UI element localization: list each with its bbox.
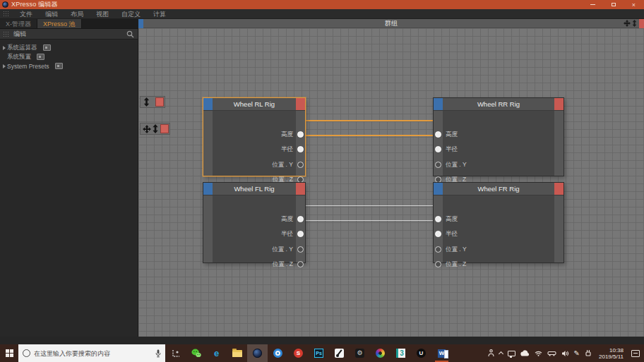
node-input-square[interactable] xyxy=(434,183,443,195)
node-header[interactable]: Wheel FR Rig xyxy=(434,183,564,195)
minimize-button[interactable] xyxy=(583,0,603,9)
port-dot[interactable] xyxy=(297,261,304,267)
pen-icon[interactable]: ✎ xyxy=(574,349,580,358)
taskbar-color-wheel-app[interactable] xyxy=(370,344,390,362)
port-dot[interactable] xyxy=(297,146,304,152)
group-output-port-square[interactable] xyxy=(639,19,644,28)
node-wheel-rl-rig[interactable]: Wheel RL Rig 高度 半径 位置 . Y 位置 . Z xyxy=(203,97,306,176)
taskbar-zbrush[interactable] xyxy=(329,344,350,362)
taskbar-cinema4d-active[interactable] xyxy=(247,344,268,362)
expand-arrow-icon[interactable] xyxy=(3,64,6,68)
taskbar-clock[interactable]: 10:38 2019/5/11 xyxy=(599,347,624,360)
rl-port-radius[interactable]: 半径 xyxy=(203,145,305,153)
port-dot[interactable] xyxy=(297,246,304,253)
port-dot[interactable] xyxy=(435,231,441,237)
move-all-icon[interactable] xyxy=(624,20,631,27)
port-dot[interactable] xyxy=(435,131,441,138)
node-header[interactable]: Wheel RR Rig xyxy=(434,98,564,111)
rr-port-radius[interactable]: 半径 xyxy=(434,145,564,153)
collapsed-node-2[interactable] xyxy=(140,123,170,135)
expand-arrow-icon[interactable] xyxy=(3,46,6,50)
network-signal-icon[interactable] xyxy=(535,350,542,356)
restore-button[interactable] xyxy=(603,0,624,9)
node-wheel-fr-rig[interactable]: Wheel FR Rig 高度 半径 位置 . Y 位置 . Z xyxy=(433,182,564,263)
close-button[interactable]: × xyxy=(624,0,644,9)
tree-item-system-presets-cn[interactable]: 系统预置 xyxy=(0,52,138,61)
fl-port-height[interactable]: 高度 xyxy=(203,215,305,223)
group-input-port-square[interactable] xyxy=(138,19,143,28)
tray-device-icon[interactable] xyxy=(547,350,556,356)
titlebar[interactable]: XPresso 编辑器 × xyxy=(0,0,644,9)
rr-port-height[interactable]: 高度 xyxy=(434,130,564,138)
port-dot[interactable] xyxy=(435,216,441,222)
menu-layout[interactable]: 布局 xyxy=(64,9,90,19)
taskbar-capture-tool[interactable] xyxy=(165,344,186,362)
menu-view[interactable]: 视图 xyxy=(90,9,115,19)
port-dot[interactable] xyxy=(297,231,304,237)
port-dot[interactable] xyxy=(435,246,441,253)
tree-item-system-operators[interactable]: 系统运算器 xyxy=(0,43,138,52)
taskbar-gear-app[interactable]: ⚙ xyxy=(350,344,370,362)
node-output-square[interactable] xyxy=(155,97,164,107)
taskbar-edge[interactable]: e xyxy=(206,344,227,362)
search-icon[interactable] xyxy=(126,30,134,38)
menu-edit[interactable]: 编辑 xyxy=(39,9,64,19)
node-header[interactable]: Wheel RL Rig xyxy=(203,98,305,111)
port-dot[interactable] xyxy=(435,162,441,168)
tree-item-system-presets-en[interactable]: System Presets xyxy=(0,61,138,71)
display-icon[interactable] xyxy=(508,351,515,356)
node-output-square[interactable] xyxy=(160,124,169,133)
taskbar-aperture-app[interactable] xyxy=(268,344,288,362)
node-input-square[interactable] xyxy=(203,98,213,110)
rl-port-position-y[interactable]: 位置 . Y xyxy=(203,160,305,169)
menu-calculate[interactable]: 计算 xyxy=(147,9,172,19)
panel-grip-icon[interactable] xyxy=(3,31,9,37)
microphone-icon[interactable] xyxy=(155,349,161,358)
port-dot[interactable] xyxy=(297,131,304,138)
group-header[interactable]: 群组 xyxy=(138,19,644,28)
fr-port-height[interactable]: 高度 xyxy=(434,215,564,223)
port-dot[interactable] xyxy=(297,216,304,222)
menu-grip-icon[interactable] xyxy=(3,11,9,17)
taskbar-unreal[interactable]: U xyxy=(411,344,431,362)
node-output-square[interactable] xyxy=(554,183,564,195)
menu-file[interactable]: 文件 xyxy=(13,9,39,19)
fl-port-position-y[interactable]: 位置 . Y xyxy=(203,245,305,253)
people-icon[interactable] xyxy=(488,349,494,357)
collapsed-node-1[interactable] xyxy=(140,96,165,108)
wire-radius-rl-rr[interactable] xyxy=(306,135,433,136)
wire-radius-fl-fr[interactable] xyxy=(306,220,433,221)
fr-port-radius[interactable]: 半径 xyxy=(434,229,564,238)
search-input[interactable] xyxy=(34,350,152,357)
tab-x-manager[interactable]: X-管理器 xyxy=(0,19,37,28)
taskbar-3ds-max[interactable]: 3 xyxy=(390,344,411,362)
taskbar-search[interactable] xyxy=(18,344,165,362)
node-output-square[interactable] xyxy=(554,98,564,110)
fr-port-position-z[interactable]: 位置 . Z xyxy=(434,260,564,268)
rl-port-height[interactable]: 高度 xyxy=(203,130,305,138)
volume-icon[interactable] xyxy=(561,350,569,357)
fr-port-position-y[interactable]: 位置 . Y xyxy=(434,245,564,253)
taskbar-word[interactable]: W xyxy=(431,344,452,362)
start-button[interactable] xyxy=(0,344,18,362)
node-output-square[interactable] xyxy=(296,183,305,195)
node-input-square[interactable] xyxy=(434,98,443,110)
fl-port-position-z[interactable]: 位置 . Z xyxy=(203,260,305,268)
taskbar-file-explorer[interactable] xyxy=(227,344,247,362)
taskbar-photoshop[interactable]: Ps xyxy=(309,344,329,362)
menu-custom[interactable]: 自定义 xyxy=(115,9,147,19)
taskbar-red-stamp-app[interactable]: S xyxy=(288,344,309,362)
node-graph-canvas[interactable]: Wheel RL Rig 高度 半径 位置 . Y 位置 . Z xyxy=(138,28,644,337)
tab-xpresso-pool[interactable]: XPresso 池 xyxy=(37,19,82,28)
move-vertical-icon[interactable] xyxy=(632,20,637,27)
usb-eject-icon[interactable] xyxy=(585,349,592,357)
port-dot[interactable] xyxy=(297,162,304,168)
port-dot[interactable] xyxy=(435,261,441,267)
node-input-square[interactable] xyxy=(203,183,213,195)
taskbar-wechat[interactable] xyxy=(186,344,206,362)
node-wheel-fl-rig[interactable]: Wheel FL Rig 高度 半径 位置 . Y 位置 . Z xyxy=(203,182,306,263)
fl-port-radius[interactable]: 半径 xyxy=(203,229,305,238)
rr-port-position-y[interactable]: 位置 . Y xyxy=(434,160,564,169)
action-center-icon[interactable] xyxy=(631,350,640,357)
wire-height-fl-fr[interactable] xyxy=(306,205,433,206)
